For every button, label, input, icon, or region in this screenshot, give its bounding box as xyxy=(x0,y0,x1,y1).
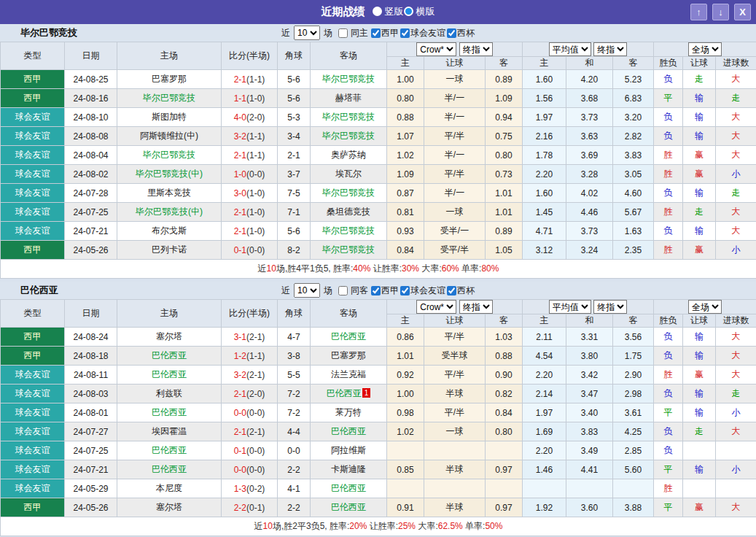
avg-away-odds: 3.61 xyxy=(613,403,654,422)
same-venue-checkbox[interactable] xyxy=(338,28,348,38)
league-filter-0[interactable]: 西甲 xyxy=(371,285,399,297)
away-team-cell: 巴伦西亚 xyxy=(311,479,387,498)
handicap-home-odds: 0.81 xyxy=(387,203,424,222)
scope-select[interactable]: 全场 xyxy=(688,42,722,56)
avg-draw-odds: 4.46 xyxy=(566,203,613,222)
full-time-score: 2-1 xyxy=(234,226,246,236)
summary-text: 10 xyxy=(267,263,276,274)
league-filter-2[interactable]: 西杯 xyxy=(447,27,475,39)
odds-source-select[interactable]: Crow* xyxy=(416,300,456,314)
same-venue-checkbox[interactable] xyxy=(338,286,348,295)
result-cell: 胜 xyxy=(654,203,683,222)
league-filter-2[interactable]: 西杯 xyxy=(447,285,475,297)
same-venue-filter[interactable]: 同主 xyxy=(338,27,368,39)
away-team: 巴伦西亚 xyxy=(331,483,366,493)
avg-time-select[interactable]: 终指 xyxy=(593,300,627,314)
avg-home-odds: 1.56 xyxy=(523,89,566,108)
league-checkbox[interactable] xyxy=(371,286,381,295)
match-row: 球会友谊24-07-21布尔戈斯2-1(1-0)5-6毕尔巴鄂竞技0.93受半/… xyxy=(1,222,756,241)
match-row: 球会友谊24-07-25巴伦西亚0-1(0-0)0-0阿拉维斯2.203.492… xyxy=(1,441,756,460)
match-row: 球会友谊24-08-01巴伦西亚0-0(0-0)7-2莱万特0.98平/半0.8… xyxy=(1,403,756,422)
goals-result-cell: 小 xyxy=(716,403,756,422)
move-down-button[interactable]: ↓ xyxy=(712,4,729,20)
corner-cell: 7-5 xyxy=(278,184,311,203)
results-table: 类型日期主场比分(半场)角球客场Crow* 终指平均值 终指全场主让球客主和客胜… xyxy=(0,299,756,536)
odds-time-select[interactable]: 终指 xyxy=(459,300,493,314)
home-team-cell: 毕尔巴鄂竞技(中) xyxy=(117,165,222,184)
away-team-cell: 桑坦德竞技 xyxy=(311,203,387,222)
sub-col-header: 客 xyxy=(613,57,654,70)
handicap-line: 半球 xyxy=(424,498,486,517)
avg-home-odds: 1.69 xyxy=(523,422,566,441)
full-time-score: 2-1 xyxy=(234,427,246,437)
league-checkbox[interactable] xyxy=(400,28,410,38)
avg-draw-odds: 4.02 xyxy=(566,184,613,203)
match-date: 24-08-08 xyxy=(65,127,117,146)
league-checkbox[interactable] xyxy=(400,286,410,295)
odds-time-select[interactable]: 终指 xyxy=(459,42,493,56)
close-button[interactable]: X xyxy=(734,4,751,20)
away-team: 毕尔巴鄂竞技 xyxy=(322,225,375,236)
half-time-score: (1-1) xyxy=(246,351,265,361)
home-team-cell: 塞尔塔 xyxy=(117,498,222,517)
corner-cell: 7-2 xyxy=(278,403,311,422)
result-cell: 负 xyxy=(654,328,683,347)
handicap-home-odds: 1.02 xyxy=(387,146,424,165)
away-team: 奥萨苏纳 xyxy=(331,150,366,160)
layout-radio-0[interactable]: 竖版 xyxy=(373,5,404,18)
handicap-line: 半/一 xyxy=(424,89,486,108)
home-team: 塞尔塔 xyxy=(156,331,182,341)
home-team: 本尼度 xyxy=(156,483,182,493)
result-cell: 负 xyxy=(654,347,683,366)
handicap-line: 半/一 xyxy=(424,184,486,203)
full-time-score: 2-1 xyxy=(234,207,246,217)
avg-source-select[interactable]: 平均值 xyxy=(549,42,591,56)
league-filter-1[interactable]: 球会友谊 xyxy=(400,27,445,39)
league-checkbox[interactable] xyxy=(447,28,456,38)
avg-away-odds: 3.56 xyxy=(613,328,654,347)
avg-home-odds: 4.71 xyxy=(523,222,566,241)
summary-text: 60% xyxy=(442,263,459,274)
goals-result-cell: 大 xyxy=(716,422,756,441)
corner-cell: 3-4 xyxy=(278,127,311,146)
corner-cell: 8-2 xyxy=(278,241,311,260)
league-filter-label: 西杯 xyxy=(457,285,475,297)
away-team-cell: 毕尔巴鄂竞技 xyxy=(311,108,387,127)
home-team-cell: 巴伦西亚 xyxy=(117,347,222,366)
league-checkbox[interactable] xyxy=(371,28,381,38)
result-cell: 胜 xyxy=(654,241,683,260)
avg-source-select[interactable]: 平均值 xyxy=(549,300,591,314)
handicap-home-odds: 1.07 xyxy=(387,127,424,146)
same-venue-filter[interactable]: 同客 xyxy=(338,285,368,297)
scope-header: 全场 xyxy=(654,42,756,57)
move-up-button[interactable]: ↑ xyxy=(690,4,707,20)
results-table: 类型日期主场比分(半场)角球客场Crow* 终指平均值 终指全场主让球客主和客胜… xyxy=(0,42,756,279)
handicap-away-odds: 1.09 xyxy=(486,89,523,108)
avg-time-select[interactable]: 终指 xyxy=(593,42,627,56)
result-cell: 胜 xyxy=(654,146,683,165)
away-team: 巴伦西亚 xyxy=(331,502,366,512)
avg-away-odds: 3.20 xyxy=(613,108,654,127)
scope-select[interactable]: 全场 xyxy=(688,300,722,314)
layout-radio-1[interactable]: 横版 xyxy=(404,5,435,18)
match-count-select[interactable]: 10 xyxy=(294,26,320,40)
handicap-line: 半/一 xyxy=(424,146,486,165)
handicap-result-cell: 赢 xyxy=(683,498,716,517)
match-count-select[interactable]: 10 xyxy=(294,283,320,298)
result-cell: 平 xyxy=(654,89,683,108)
league-filter-0[interactable]: 西甲 xyxy=(371,27,399,39)
half-time-score: (0-0) xyxy=(246,465,265,475)
match-row: 西甲24-05-26巴列卡诺0-1(0-0)8-2毕尔巴鄂竞技0.84受平/半1… xyxy=(1,241,756,260)
summary-text: 场,胜2平3负5, 胜率: xyxy=(273,521,349,531)
score-cell: 1-0(0-0) xyxy=(222,165,278,184)
away-team: 卡斯迪隆 xyxy=(331,464,366,474)
league-checkbox[interactable] xyxy=(447,286,456,295)
home-team: 巴伦西亚 xyxy=(152,369,187,379)
odds-source-select[interactable]: Crow* xyxy=(416,42,456,56)
league-filter-1[interactable]: 球会友谊 xyxy=(400,285,445,297)
handicap-result-cell: 走 xyxy=(683,70,716,89)
sub-col-header: 让球 xyxy=(683,57,716,70)
handicap-away-odds: 0.80 xyxy=(486,422,523,441)
away-team-cell: 巴伦西亚 xyxy=(311,498,387,517)
away-team-cell: 埃瓦尔 xyxy=(311,165,387,184)
